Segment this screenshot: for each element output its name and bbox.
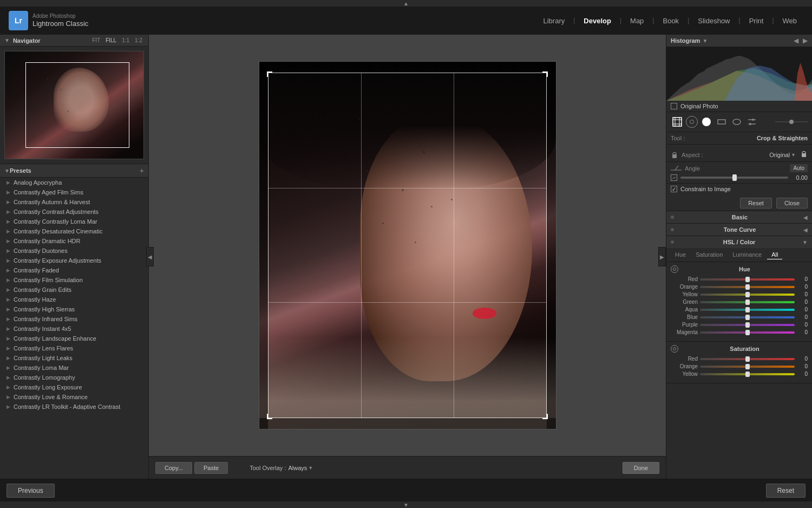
list-item[interactable]: ▶Contrastly Autumn & Harvest [0, 197, 148, 207]
tab-saturation[interactable]: Saturation [691, 250, 727, 259]
list-item[interactable]: ▶Contrastly Lens Flares [0, 343, 148, 353]
svg-point-11 [749, 123, 751, 125]
hue-red-slider[interactable] [700, 278, 795, 281]
copy-button[interactable]: Copy... [155, 462, 192, 474]
hue-orange-value: 0 [797, 284, 808, 290]
list-item[interactable]: ▶Contrastly Landscape Enhance [0, 334, 148, 343]
sat-red-slider[interactable] [700, 358, 795, 360]
preset-expand-icon: ▶ [6, 355, 10, 361]
left-panel-toggle[interactable]: ◀ [146, 247, 154, 266]
list-item[interactable]: ▶Contrastly Haze [0, 295, 148, 304]
angle-slider[interactable] [680, 177, 788, 179]
spot-removal-icon[interactable] [686, 116, 698, 128]
saturation-target-icon[interactable] [671, 345, 678, 353]
list-item[interactable]: ▶Contrastly Light Leaks [0, 353, 148, 363]
top-panel-toggle[interactable]: ▲ [0, 0, 812, 6]
nav-book[interactable]: Book [656, 15, 685, 27]
list-item[interactable]: ▶Contrastly Grain Edits [0, 285, 148, 295]
tab-all[interactable]: All [767, 250, 782, 259]
hue-green-slider[interactable] [700, 301, 795, 303]
nav-print[interactable]: Print [743, 15, 770, 27]
aspect-dropdown-icon[interactable]: ▼ [791, 152, 796, 158]
nav-slideshow[interactable]: Slideshow [691, 15, 736, 27]
zoom-1-2[interactable]: 1:2 [133, 37, 144, 44]
crop-reset-button[interactable]: Reset [740, 198, 772, 209]
tone-range-icon[interactable] [775, 119, 808, 125]
list-item[interactable]: ▶Contrastly Love & Romance [0, 392, 148, 402]
photo-canvas[interactable] [149, 35, 666, 456]
navigator-image[interactable] [4, 51, 144, 159]
done-button[interactable]: Done [623, 462, 659, 474]
list-item[interactable]: ▶Contrastly Loma Mar [0, 363, 148, 373]
list-item[interactable]: ▶Analog Apocrypha [0, 178, 148, 187]
presets-collapse-arrow[interactable]: ▼ [4, 168, 10, 174]
nav-map[interactable]: Map [624, 15, 650, 27]
hsl-collapse-arrow[interactable]: ▼ [802, 239, 808, 245]
aspect-lock-icon[interactable] [800, 150, 808, 159]
zoom-fill[interactable]: FILL [104, 37, 118, 44]
hue-magenta-slider[interactable] [700, 331, 795, 334]
hue-aqua-slider[interactable] [700, 309, 795, 311]
list-item[interactable]: ▶Contrastly Lomography [0, 373, 148, 382]
adjustment-brush-icon[interactable] [745, 115, 758, 128]
list-item[interactable]: ▶Contrastly Faded [0, 265, 148, 275]
list-item[interactable]: ▶Contrastly Long Exposure [0, 382, 148, 392]
preset-expand-icon: ▶ [6, 258, 10, 263]
list-item[interactable]: ▶Contrastly Contrastly Loma Mar [0, 217, 148, 226]
hsl-header[interactable]: HSL / Color ▼ [666, 236, 812, 248]
list-item[interactable]: ▶Contrastly LR Toolkit - Adaptive Contra… [0, 402, 148, 412]
crop-tool-icon[interactable] [671, 115, 684, 128]
tool-overlay-value[interactable]: Always [288, 465, 307, 471]
zoom-fit[interactable]: FIT [90, 37, 102, 44]
nav-web[interactable]: Web [776, 15, 804, 27]
sat-orange-slider[interactable] [700, 366, 795, 368]
tab-hue[interactable]: Hue [671, 250, 690, 259]
nav-develop[interactable]: Develop [577, 15, 618, 27]
basic-header[interactable]: Basic ◀ [666, 211, 812, 223]
aspect-value[interactable]: Original [769, 152, 790, 158]
right-panel-toggle[interactable]: ▶ [658, 247, 666, 266]
hue-blue-slider[interactable] [700, 316, 795, 318]
hue-purple-slider[interactable] [700, 324, 795, 326]
hue-orange-slider[interactable] [700, 286, 795, 288]
hue-purple-value: 0 [797, 322, 808, 328]
list-item[interactable]: ▶Contrastly Duotones [0, 246, 148, 256]
radial-filter-icon[interactable] [730, 115, 743, 128]
footer-reset-button[interactable]: Reset [766, 484, 806, 498]
hue-group-header: Hue [666, 264, 812, 274]
graduated-filter-icon[interactable] [715, 115, 728, 128]
histogram-dropdown-icon[interactable]: ▼ [702, 38, 708, 44]
histogram-left-arrow[interactable]: ◀ [794, 37, 798, 44]
list-item[interactable]: ▶Contrastly Contrast Adjustments [0, 207, 148, 217]
presets-add-button[interactable]: + [140, 166, 144, 175]
sat-yellow-slider[interactable] [700, 373, 795, 375]
tone-curve-header[interactable]: Tone Curve ◀ [666, 224, 812, 236]
histogram-right-arrow[interactable]: ▶ [803, 37, 808, 44]
auto-button[interactable]: Auto [790, 164, 808, 172]
tool-overlay-dropdown-icon[interactable]: ▼ [308, 465, 313, 471]
list-item[interactable]: ▶Contrastly Infrared Sims [0, 314, 148, 324]
hue-aqua-label: Aqua [671, 307, 698, 312]
original-photo-checkbox[interactable] [671, 103, 677, 109]
zoom-1-1[interactable]: 1:1 [120, 37, 131, 44]
hue-yellow-slider[interactable] [700, 294, 795, 296]
constrain-checkbox[interactable]: ✓ [671, 186, 677, 192]
bottom-panel-toggle[interactable]: ▼ [0, 502, 812, 508]
list-item[interactable]: ▶Contrastly Desaturated Cinematic [0, 226, 148, 236]
tone-curve-collapse-arrow[interactable]: ◀ [803, 227, 808, 233]
red-eye-icon[interactable] [700, 115, 713, 128]
list-item[interactable]: ▶Contrastly Instant 4x5 [0, 324, 148, 334]
navigator-collapse-arrow[interactable]: ▼ [4, 37, 10, 43]
previous-button[interactable]: Previous [6, 484, 55, 498]
tab-luminance[interactable]: Luminance [728, 250, 766, 259]
crop-close-button[interactable]: Close [776, 198, 808, 209]
list-item[interactable]: ▶Contrastly Dramatic HDR [0, 236, 148, 246]
list-item[interactable]: ▶Contrastly Aged Film Sims [0, 187, 148, 197]
paste-button[interactable]: Paste [194, 462, 228, 474]
nav-library[interactable]: Library [536, 15, 571, 27]
hue-target-icon[interactable] [671, 265, 678, 273]
basic-collapse-arrow[interactable]: ◀ [803, 214, 808, 220]
list-item[interactable]: ▶Contrastly High Sierras [0, 304, 148, 314]
list-item[interactable]: ▶Contrastly Film Simulation [0, 275, 148, 285]
list-item[interactable]: ▶Contrastly Exposure Adjustments [0, 256, 148, 265]
